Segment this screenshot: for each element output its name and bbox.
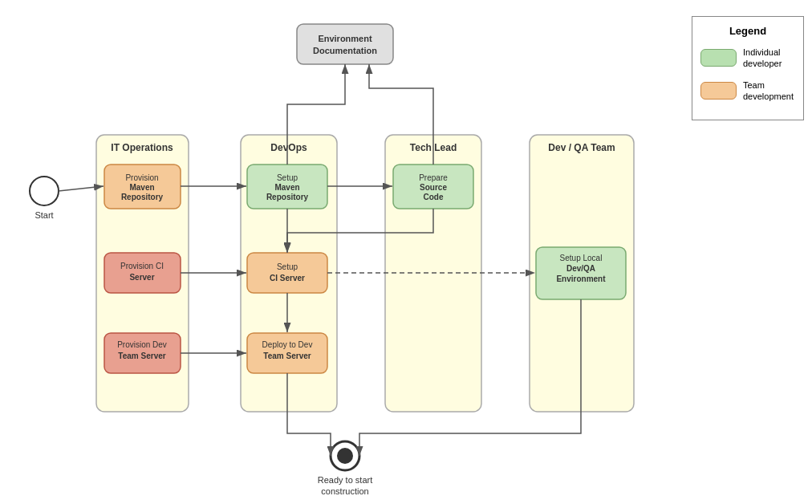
dev-qa-label: Dev / QA Team [548, 142, 615, 153]
setup-maven-text3: Repository [266, 193, 309, 201]
provision-dev-text1: Provision Dev [117, 340, 167, 349]
setup-ci-text1: Setup [277, 262, 298, 271]
provision-maven-text2: Maven [129, 183, 154, 192]
env-doc-subtitle: Documentation [313, 46, 377, 55]
end-label1: Ready to start [318, 475, 372, 485]
it-ops-label: IT Operations [111, 142, 173, 153]
setup-maven-text2: Maven [274, 183, 299, 192]
env-doc-title: Environment [318, 34, 372, 43]
provision-dev-text2: Team Server [118, 352, 165, 360]
provision-maven-text3: Repository [121, 193, 164, 201]
legend-item-team: Team development [700, 79, 795, 103]
setup-local-text2: Dev/QA [566, 264, 595, 273]
legend-item-individual: Individual developer [700, 47, 795, 70]
legend-title: Legend [700, 25, 795, 37]
deploy-dev-text2: Team Server [263, 352, 311, 360]
setup-ci-box [247, 253, 327, 293]
setup-local-text1: Setup Local [560, 254, 603, 262]
legend-label-team: Team development [743, 79, 795, 103]
legend-panel: Legend Individual developer Team develop… [692, 16, 804, 120]
prepare-source-text2: Source [420, 183, 447, 192]
legend-box-green [700, 49, 737, 67]
prepare-source-text1: Prepare [419, 173, 448, 182]
setup-local-text3: Environment [556, 274, 606, 283]
deploy-dev-text1: Deploy to Dev [262, 340, 313, 349]
provision-ci-text2: Server [129, 273, 154, 282]
provision-ci-text1: Provision CI [120, 262, 164, 270]
prepare-source-text3: Code [424, 193, 444, 201]
legend-box-orange [700, 82, 737, 100]
provision-maven-text1: Provision [125, 173, 158, 182]
svg-rect-4 [297, 24, 393, 64]
legend-label-individual: Individual developer [743, 47, 795, 70]
end-label2: construction [321, 486, 368, 496]
start-label: Start [35, 210, 53, 220]
setup-ci-text2: CI Server [270, 274, 305, 282]
end-circle-inner [337, 448, 353, 464]
start-circle [30, 177, 59, 205]
devops-label: DevOps [270, 142, 307, 153]
setup-maven-text1: Setup [277, 173, 298, 182]
